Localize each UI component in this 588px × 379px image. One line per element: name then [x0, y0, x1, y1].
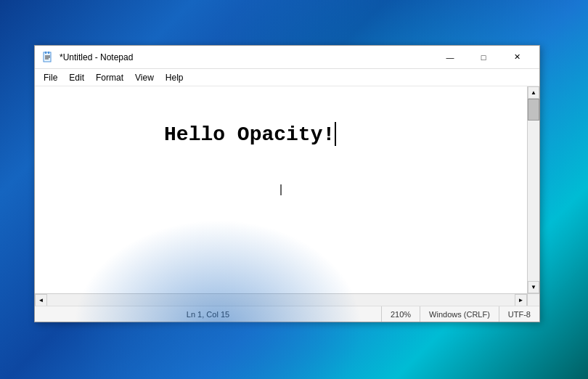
- menu-edit[interactable]: Edit: [63, 71, 90, 84]
- status-zoom: 210%: [382, 306, 420, 322]
- menu-bar: File Edit Format View Help: [35, 69, 539, 86]
- scroll-right-button[interactable]: ►: [515, 294, 527, 306]
- notepad-icon: [42, 52, 54, 63]
- horizontal-scrollbar: ◄ ►: [35, 293, 539, 306]
- close-button[interactable]: ✕: [500, 46, 534, 69]
- window-title: *Untitled - Notepad: [60, 52, 133, 62]
- menu-file[interactable]: File: [38, 71, 63, 84]
- scroll-down-button[interactable]: ▼: [528, 281, 539, 293]
- notepad-window: *Untitled - Notepad — □ ✕ File Edit Form…: [34, 45, 540, 322]
- scroll-track-horizontal[interactable]: [47, 294, 515, 306]
- status-line-ending: Windows (CRLF): [420, 306, 499, 322]
- scroll-thumb-vertical[interactable]: [528, 99, 539, 121]
- status-bar: Ln 1, Col 15 210% Windows (CRLF) UTF-8: [35, 306, 539, 322]
- vertical-scrollbar: ▲ ▼: [527, 86, 539, 293]
- menu-format[interactable]: Format: [90, 71, 129, 84]
- desktop: *Untitled - Notepad — □ ✕ File Edit Form…: [0, 0, 588, 379]
- menu-help[interactable]: Help: [160, 71, 189, 84]
- i-beam-cursor: I: [279, 181, 283, 200]
- editor-area[interactable]: Hello Opacity! I: [35, 86, 527, 293]
- svg-rect-2: [48, 52, 49, 54]
- title-bar-left: *Untitled - Notepad: [42, 52, 133, 63]
- title-bar: *Untitled - Notepad — □ ✕: [35, 46, 539, 69]
- editor-container: Hello Opacity! I ▲ ▼: [35, 86, 539, 293]
- editor-text: Hello Opacity!: [42, 92, 520, 178]
- svg-rect-1: [45, 52, 46, 54]
- status-position: Ln 1, Col 15: [35, 306, 382, 322]
- scroll-track-vertical[interactable]: [528, 99, 539, 281]
- window-controls: — □ ✕: [433, 46, 534, 69]
- text-cursor: [335, 122, 336, 147]
- scroll-left-button[interactable]: ◄: [35, 294, 47, 306]
- maximize-button[interactable]: □: [467, 46, 500, 69]
- status-encoding: UTF-8: [499, 306, 539, 322]
- minimize-button[interactable]: —: [433, 46, 467, 69]
- scroll-up-button[interactable]: ▲: [528, 86, 539, 99]
- scrollbar-corner: [527, 294, 539, 306]
- menu-view[interactable]: View: [129, 71, 160, 84]
